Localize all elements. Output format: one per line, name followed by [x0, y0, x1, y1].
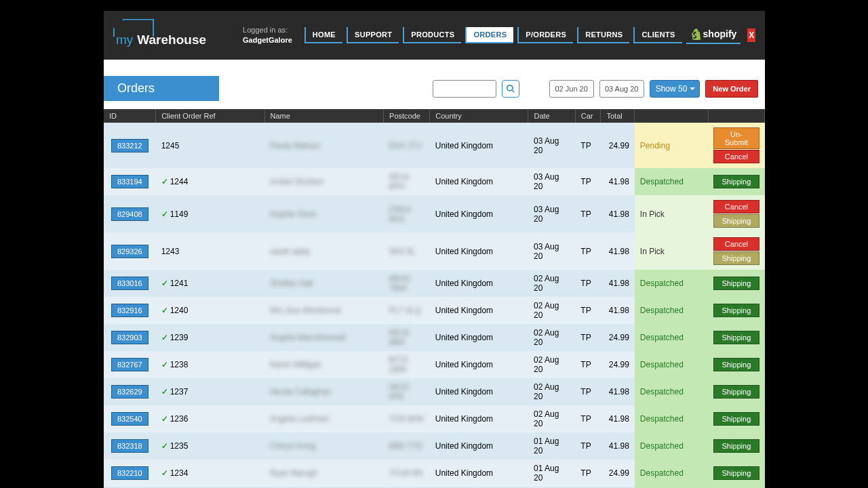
nav-clients[interactable]: CLIENTS [633, 27, 682, 43]
order-id-button[interactable]: 833194 [111, 175, 149, 188]
shipping-button[interactable]: Shipping [713, 331, 759, 344]
cell-status: Despatched [635, 432, 708, 460]
shipping-olive-button[interactable]: Shipping [713, 214, 759, 228]
cell-actions: Shipping [708, 378, 764, 405]
cell-carrier: TP [575, 460, 601, 487]
cell-ref: 1245 [156, 123, 264, 168]
cell-status: In Pick [635, 232, 708, 270]
col-Date[interactable]: Date [528, 109, 575, 123]
cancel-button[interactable]: Cancel [713, 237, 759, 251]
cell-carrier: TP [575, 297, 601, 324]
cell-ref: ✓1237 [156, 378, 264, 405]
col-Country[interactable]: Country [430, 109, 528, 123]
cell-total: 24.99 [601, 460, 635, 487]
nav-support[interactable]: SUPPORT [347, 27, 399, 43]
new-order-button[interactable]: New Order [705, 80, 758, 98]
check-icon: ✓ [161, 360, 168, 369]
shipping-button[interactable]: Shipping [713, 439, 759, 453]
cell-actions: Shipping [708, 405, 764, 432]
col-Car[interactable]: Car [575, 109, 601, 123]
shopify-link[interactable]: shopify [686, 26, 741, 44]
shipping-olive-button[interactable]: Shipping [713, 251, 759, 265]
table-row: 832903✓1239Angela MarcinkowskiNE10 8BHUn… [104, 324, 765, 351]
table-row: 8293261243sarah addySK6 5LUnited Kingdom… [104, 232, 765, 270]
order-id-button[interactable]: 833212 [111, 139, 149, 152]
table-row: 832916✓1240Mrs Sue WestbrookPL7 4LQUnite… [104, 297, 765, 324]
search-input[interactable] [433, 80, 496, 98]
cell-country: United Kingdom [430, 432, 528, 460]
cell-total: 24.99 [601, 324, 635, 351]
cell-id: 832540 [104, 405, 156, 432]
svg-point-0 [507, 85, 512, 90]
shipping-button[interactable]: Shipping [713, 358, 759, 371]
logo[interactable]: myWarehouse [116, 33, 206, 47]
cell-actions: Shipping [708, 460, 764, 487]
order-id-button[interactable]: 832540 [111, 412, 149, 426]
nav-home[interactable]: HOME [304, 27, 342, 43]
check-icon: ✓ [161, 333, 168, 342]
cell-date: 02 Aug 20 [528, 378, 575, 405]
shipping-button[interactable]: Shipping [713, 385, 759, 399]
cell-country: United Kingdom [430, 297, 528, 324]
cell-name: Angela Marcinkowski [264, 324, 384, 351]
unsubmit-button[interactable]: Un-Submit [713, 127, 759, 149]
cell-status: In Pick [635, 195, 708, 232]
cell-total: 41.98 [601, 195, 635, 232]
order-id-button[interactable]: 832318 [111, 439, 149, 453]
col-blank8[interactable] [635, 109, 708, 123]
close-button[interactable]: X [747, 28, 755, 42]
order-id-button[interactable]: 833016 [111, 277, 149, 290]
table-row: 832629✓1237Nicola CallaghanSK23 0PEUnite… [104, 378, 765, 405]
cell-date: 02 Aug 20 [528, 324, 575, 351]
date-from-input[interactable] [549, 80, 594, 98]
order-id-button[interactable]: 829408 [111, 207, 149, 221]
cancel-button[interactable]: Cancel [713, 200, 759, 214]
cell-carrier: TP [575, 232, 601, 270]
cell-postcode: MK42 7BW [384, 270, 430, 297]
cell-actions: Shipping [708, 270, 764, 297]
cancel-button[interactable]: Cancel [713, 150, 759, 163]
show-count-select[interactable]: Show 50 [650, 80, 701, 98]
cell-total: 41.98 [601, 270, 635, 297]
cell-ref: ✓1244 [156, 168, 264, 195]
orders-tab: Orders [104, 76, 219, 101]
cell-name: Paula Watson [264, 123, 384, 168]
shipping-button[interactable]: Shipping [713, 175, 759, 188]
col-Name[interactable]: Name [264, 109, 384, 123]
cell-actions: Un-SubmitCancel [708, 123, 764, 168]
nav-porders[interactable]: P/ORDERS [517, 27, 573, 43]
nav-orders[interactable]: ORDERS [465, 27, 513, 43]
nav-products[interactable]: PRODUCTS [403, 27, 461, 43]
order-id-button[interactable]: 829326 [111, 245, 149, 258]
cell-ref: ✓1234 [156, 460, 264, 487]
cell-postcode: SK6 5L [384, 232, 430, 270]
table-row: 832540✓1236Angela LockhartYO8 8HNUnited … [104, 405, 765, 432]
col-Client Order Ref[interactable]: Client Order Ref [156, 109, 264, 123]
col-ID[interactable]: ID [104, 109, 156, 123]
cell-postcode: BB8 7YD [384, 432, 430, 460]
order-id-button[interactable]: 832629 [111, 385, 149, 399]
cell-ref: 1243 [156, 232, 264, 270]
cell-carrier: TP [575, 405, 601, 432]
col-blank9[interactable] [708, 109, 764, 123]
shipping-button[interactable]: Shipping [713, 412, 759, 426]
main-nav: HOMESUPPORTPRODUCTSORDERSP/ORDERSRETURNS… [304, 27, 682, 43]
order-id-button[interactable]: 832916 [111, 304, 149, 317]
shipping-button[interactable]: Shipping [713, 277, 759, 290]
check-icon: ✓ [161, 441, 168, 451]
search-button[interactable] [502, 80, 519, 98]
nav-returns[interactable]: RETURNS [577, 27, 629, 43]
shipping-button[interactable]: Shipping [713, 304, 759, 317]
cell-date: 03 Aug 20 [528, 123, 575, 168]
col-Total[interactable]: Total [601, 109, 635, 123]
check-icon: ✓ [161, 177, 168, 186]
order-id-button[interactable]: 832767 [111, 358, 149, 371]
cell-status: Despatched [635, 168, 708, 195]
shipping-button[interactable]: Shipping [713, 466, 759, 480]
col-Postcode[interactable]: Postcode [384, 109, 430, 123]
order-id-button[interactable]: 832903 [111, 331, 149, 344]
cell-date: 02 Aug 20 [528, 351, 575, 378]
order-id-button[interactable]: 832210 [111, 466, 149, 480]
cell-name: Nicola Callaghan [264, 378, 384, 405]
date-to-input[interactable] [599, 80, 644, 98]
